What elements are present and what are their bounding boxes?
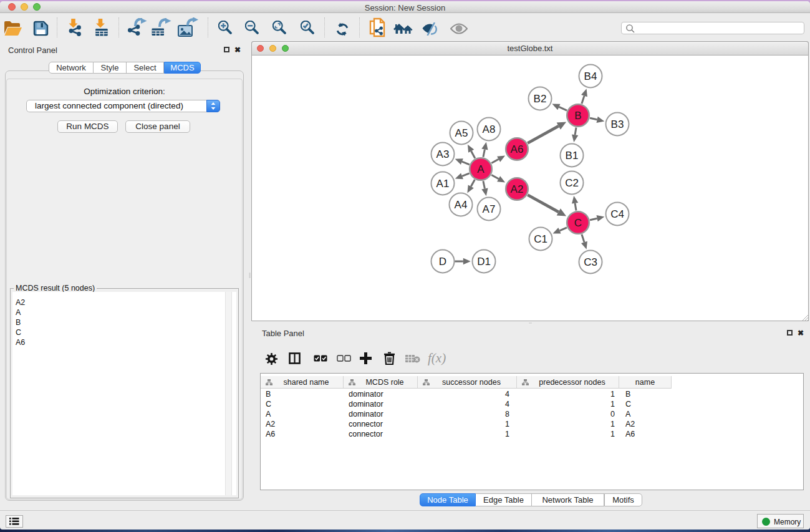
svg-text:B4: B4 bbox=[584, 70, 597, 82]
svg-text:B3: B3 bbox=[611, 118, 624, 130]
svg-text:C4: C4 bbox=[610, 208, 624, 220]
svg-text:A4: A4 bbox=[455, 199, 468, 211]
svg-text:D: D bbox=[439, 256, 446, 268]
svg-text:A7: A7 bbox=[483, 203, 496, 215]
svg-text:A1: A1 bbox=[436, 178, 450, 190]
svg-text:A2: A2 bbox=[511, 183, 524, 195]
svg-text:C2: C2 bbox=[565, 177, 579, 189]
svg-text:A8: A8 bbox=[483, 123, 496, 135]
svg-text:B1: B1 bbox=[566, 150, 579, 162]
svg-text:A: A bbox=[477, 163, 485, 175]
svg-text:C3: C3 bbox=[584, 256, 597, 268]
svg-text:B: B bbox=[574, 110, 581, 122]
svg-text:A6: A6 bbox=[511, 143, 524, 155]
svg-text:C: C bbox=[574, 217, 582, 229]
svg-text:A3: A3 bbox=[436, 148, 450, 160]
svg-text:A5: A5 bbox=[455, 127, 468, 139]
svg-text:C1: C1 bbox=[534, 233, 547, 245]
svg-text:D1: D1 bbox=[477, 256, 491, 268]
svg-text:B2: B2 bbox=[534, 93, 547, 105]
